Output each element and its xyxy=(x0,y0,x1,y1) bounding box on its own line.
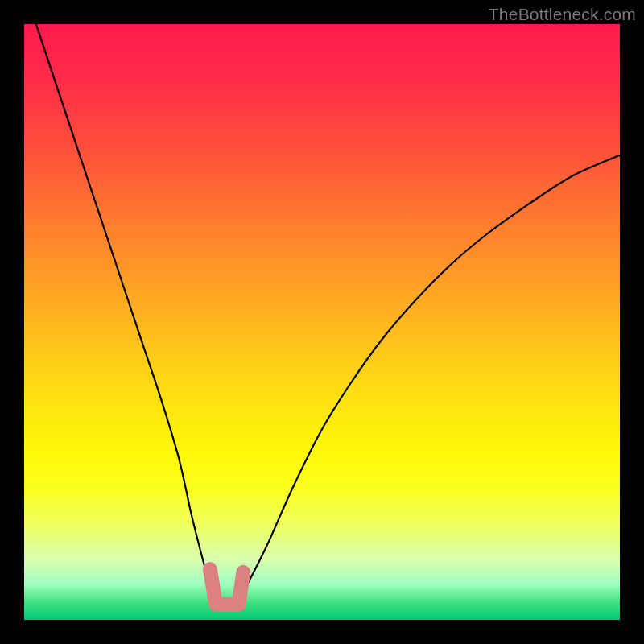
curve-layer xyxy=(24,24,620,620)
optimal-range-marker xyxy=(210,569,243,605)
watermark-text: TheBottleneck.com xyxy=(489,5,636,24)
bottleneck-curve xyxy=(36,24,620,608)
plot-area xyxy=(24,24,620,620)
chart-frame: TheBottleneck.com xyxy=(0,0,644,644)
